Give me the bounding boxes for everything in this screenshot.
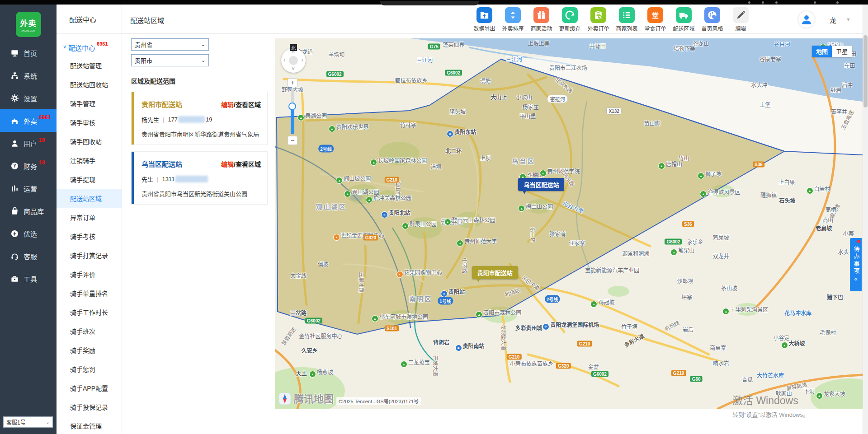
station-cards: 贵阳市配送站编辑/查看区域杨先生|17719贵州省贵阳市南明区新华路街道贵州省气…	[131, 92, 268, 205]
submenu-item[interactable]: 骑手提现	[57, 170, 122, 189]
zoom-track[interactable]	[291, 89, 294, 134]
sidebar-item-operations[interactable]: 运营	[0, 177, 57, 200]
map-pan-control[interactable]: ˄ ˅ ‹ ›	[281, 48, 306, 73]
map-label: 洋坝	[430, 162, 441, 170]
road-shield: S101	[385, 326, 399, 331]
home-icon	[10, 48, 19, 57]
map-label: ▴泉湖公园	[298, 112, 327, 121]
submenu-item[interactable]: 骑手惩罚	[57, 359, 122, 378]
submenu-item[interactable]: 异常订单	[57, 208, 122, 227]
map-logo-text: 腾讯地图	[294, 391, 334, 405]
submenu-item[interactable]: 骑手工作时长	[57, 303, 122, 322]
submenu-item[interactable]: 骑手奖励	[57, 341, 122, 359]
map-label: 小碧布依族苗族乡	[510, 359, 553, 367]
sidebar-item-finance[interactable]: ¥财务18	[0, 154, 57, 177]
map-label: 苗山脚	[644, 119, 660, 126]
submenu-item[interactable]: 骑手回收站	[57, 132, 122, 151]
road-shield: G210	[384, 177, 399, 183]
tool-dine[interactable]: 堂堂食订单	[641, 7, 670, 32]
station-map-marker[interactable]: 贵阳市配送站	[472, 266, 518, 279]
submenu-item[interactable]: 骑手班次	[57, 322, 122, 341]
tool-label: 更新缓存	[559, 24, 580, 32]
zoom-knob[interactable]	[288, 103, 296, 110]
tencent-map[interactable]: 金龙道羊场坝G75蓬莱仙界三江河三江河上堰上寨井背田培勒下寨谷龙山谷目河▴宋家山…	[275, 38, 863, 409]
collapse-icon[interactable]: «	[854, 275, 857, 284]
map-type-satellite-button[interactable]: 卫星	[832, 46, 852, 57]
submenu-item[interactable]: 骑手投保记录	[57, 397, 122, 416]
map-copyright-text: ©2025 Tencent - GS粤(2023)1171号	[336, 397, 421, 405]
submenu-group-delivery-center[interactable]: ∨ 配送中心 6961	[57, 34, 122, 56]
view-area-link[interactable]: 查看区域	[236, 101, 261, 108]
province-select[interactable]: 贵州省 ⌄	[131, 38, 209, 51]
station-map-marker[interactable]: 乌当区配送站	[518, 178, 564, 191]
map-type-map-button[interactable]: 地图	[812, 46, 832, 57]
sidebar-item-user[interactable]: 用户16	[0, 132, 57, 154]
map-label: 大山上	[491, 93, 507, 100]
pan-center[interactable]	[289, 56, 298, 65]
page-title: 配送站区域	[130, 15, 164, 25]
user-menu-caret-icon[interactable]: ▼	[846, 17, 851, 22]
submenu-item[interactable]: 注销骑手	[57, 151, 122, 170]
submenu-item[interactable]: 骑手管理	[57, 94, 122, 113]
sidebar-item-takeout[interactable]: 外卖6961	[0, 109, 57, 132]
submenu-item[interactable]: 骑手打赏记录	[57, 246, 122, 265]
submenu-item[interactable]: 配送站回收站	[57, 75, 122, 94]
sidebar-item-preferred[interactable]: 优选	[0, 222, 57, 245]
map-label: 南明区	[409, 294, 432, 303]
tool-palette[interactable]: 首页风格	[698, 7, 726, 32]
submenu-item[interactable]: 骑手评价	[57, 265, 122, 284]
tool-pencil[interactable]: 编辑	[726, 7, 755, 32]
zoom-out-button[interactable]: −	[288, 136, 297, 145]
park-icon: ▴	[401, 361, 407, 367]
tool-label: 首页风格	[701, 24, 723, 32]
sidebar-item-home[interactable]: 首页	[0, 42, 57, 64]
tool-clipboard[interactable]: 外卖订单	[584, 7, 613, 32]
tool-gift[interactable]: 商家活动	[527, 7, 556, 32]
sidebar-item-system[interactable]: 系统	[0, 64, 57, 87]
todo-tab[interactable]: 待办事项 «	[850, 238, 862, 291]
takeout-icon	[10, 116, 19, 125]
park-icon: ▴	[476, 312, 482, 317]
map-label: 杨家庄	[522, 103, 538, 110]
toolbar: 数据导出外卖排序商家活动更新缓存外卖订单商家列表堂堂食订单配送区域首页风格编辑	[470, 7, 755, 32]
pan-right-icon[interactable]: ›	[302, 57, 303, 63]
tool-export[interactable]: 数据导出	[470, 7, 499, 32]
user-avatar[interactable]	[798, 11, 815, 28]
tool-refresh[interactable]: 更新缓存	[556, 7, 584, 32]
submenu-item[interactable]: 配送站区域	[57, 189, 122, 208]
map-label: 三江河	[506, 55, 522, 63]
city-select[interactable]: 贵阳市 ⌄	[131, 54, 209, 66]
pan-down-icon[interactable]: ˅	[292, 66, 295, 72]
edit-link[interactable]: 编辑	[221, 101, 234, 108]
pan-left-icon[interactable]: ‹	[283, 57, 285, 63]
service-account-select[interactable]: 客服1号 ⌄	[3, 416, 53, 428]
map-label: 大竹芒水库	[757, 371, 784, 378]
app-logo[interactable]: 外卖 JHCMS.COM	[16, 12, 41, 37]
logo-text: 外卖	[20, 17, 37, 28]
zoom-in-button[interactable]: +	[288, 78, 297, 87]
page-scrollbar[interactable]	[863, 5, 868, 434]
tool-sort[interactable]: 外卖排序	[499, 7, 527, 32]
sidebar-item-tools[interactable]: 工具	[0, 267, 57, 290]
road-shield: 2号线	[318, 145, 334, 152]
map-label: 苦李井	[831, 107, 847, 115]
scrollbar-thumb[interactable]	[863, 35, 868, 107]
palette-icon	[704, 7, 720, 23]
submenu-item[interactable]: 骑手单量排名	[57, 284, 122, 303]
view-area-link[interactable]: 查看区域	[236, 161, 261, 168]
park-icon: ▴	[344, 191, 350, 197]
submenu-item[interactable]: 骑手APP配置	[57, 378, 122, 397]
sidebar-item-settings[interactable]: 设置	[0, 87, 57, 109]
submenu-item[interactable]: 骑手考核	[57, 227, 122, 246]
sidebar-item-goods[interactable]: 商品库	[0, 200, 57, 222]
submenu-item[interactable]: 骑手审核	[57, 113, 122, 132]
sidebar-item-service[interactable]: 客服	[0, 245, 57, 267]
map-label: 谷目河	[774, 40, 790, 47]
submenu-item[interactable]: 配送站管理	[57, 56, 122, 75]
submenu-item[interactable]: 保证金管理	[57, 416, 122, 434]
tool-list[interactable]: 商家列表	[613, 7, 641, 32]
edit-link[interactable]: 编辑	[221, 161, 234, 168]
sort-icon	[505, 7, 521, 23]
tool-truck[interactable]: 配送区域	[670, 7, 698, 32]
phone-number-suffix: 19	[206, 116, 212, 123]
